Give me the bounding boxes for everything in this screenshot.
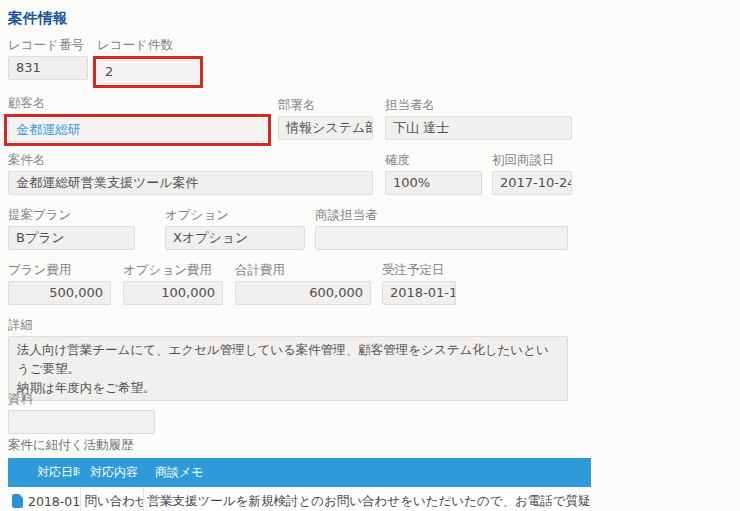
- field-expected-order-date: 受注予定日 2018-01-11: [382, 262, 456, 305]
- field-detail: 詳細 法人向け営業チームにて、エクセル管理している案件管理、顧客管理をシステム化…: [8, 317, 568, 401]
- field-case-name: 案件名 金都運総研営業支援ツール案件: [8, 152, 373, 195]
- field-first-meeting-date: 初回商談日 2017-10-24: [492, 152, 572, 195]
- table-header-row: 対応日時 対応内容 商談メモ: [8, 458, 591, 487]
- field-value: 2: [97, 60, 199, 84]
- field-label: 担当者名: [385, 97, 572, 112]
- field-person-in-charge: 担当者名 下山 達士: [385, 97, 572, 140]
- field-label: 資料: [8, 391, 155, 406]
- field-document: 資料: [8, 391, 155, 434]
- activity-history-table: 対応日時 対応内容 商談メモ 2018-01-11 問い合わせ 営業支援ツールを…: [8, 458, 591, 511]
- field-value: 金都運総研営業支援ツール案件: [8, 171, 373, 195]
- field-total-cost: 合計費用 600,000: [235, 262, 371, 305]
- record-file-icon[interactable]: [12, 494, 23, 508]
- field-probability: 確度 100%: [385, 152, 482, 195]
- cell-type: 問い合わせ: [80, 487, 143, 511]
- field-label: 確度: [385, 152, 482, 167]
- activity-history-label: 案件に紐付く活動履歴: [8, 437, 134, 454]
- field-label: レコード番号: [8, 37, 88, 52]
- field-label: プラン費用: [8, 262, 111, 277]
- field-label: 初回商談日: [492, 152, 572, 167]
- field-label: 顧客名: [8, 95, 271, 110]
- cell-memo: 営業支援ツールを新規検討とのお問い合わせをいただいたので、お電話で質疑対応。: [143, 487, 591, 511]
- field-value: [8, 410, 155, 434]
- field-value: 831: [8, 56, 88, 80]
- field-value: 情報システム部: [278, 116, 373, 140]
- field-label: 部署名: [278, 97, 373, 112]
- field-value: Xオプション: [165, 226, 305, 250]
- field-customer-name: 顧客名 金都運総研: [4, 95, 271, 146]
- field-value: 100%: [385, 171, 482, 195]
- icon-column-header: [8, 458, 24, 487]
- field-plan-cost: プラン費用 500,000: [8, 262, 111, 305]
- field-value: 500,000: [8, 281, 111, 305]
- field-value: 下山 達士: [385, 116, 572, 140]
- field-record-count: レコード件数 2: [93, 37, 203, 88]
- field-label: 商談担当者: [315, 207, 568, 222]
- case-info-page: { "page": { "title": "案件情報" }, "fields":…: [0, 0, 740, 511]
- column-header-type: 対応内容: [80, 458, 143, 487]
- field-label: 合計費用: [235, 262, 371, 277]
- field-label: 詳細: [8, 317, 568, 332]
- field-label: オプション: [165, 207, 305, 222]
- field-label: 提案プラン: [8, 207, 135, 222]
- field-meeting-person: 商談担当者: [315, 207, 568, 250]
- field-record-number: レコード番号 831: [8, 37, 88, 80]
- field-value: 2018-01-11: [382, 281, 456, 305]
- field-value: 2017-10-24: [492, 171, 572, 195]
- customer-link[interactable]: 金都運総研: [16, 122, 81, 137]
- field-value: [315, 226, 568, 250]
- field-label: オプション費用: [123, 262, 223, 277]
- field-option-cost: オプション費用 100,000: [123, 262, 223, 305]
- record-icon-cell: [8, 487, 24, 511]
- field-value: Bプラン: [8, 226, 135, 250]
- field-value: 100,000: [123, 281, 223, 305]
- field-label: 受注予定日: [382, 262, 456, 277]
- column-header-memo: 商談メモ: [143, 458, 591, 487]
- field-department: 部署名 情報システム部: [278, 97, 373, 140]
- cell-date: 2018-01-11: [24, 487, 80, 511]
- field-proposal-plan: 提案プラン Bプラン: [8, 207, 135, 250]
- field-option: オプション Xオプション: [165, 207, 305, 250]
- red-highlight-box: 金都運総研: [4, 114, 271, 146]
- table-row: 2018-01-11 問い合わせ 営業支援ツールを新規検討とのお問い合わせをいた…: [8, 487, 591, 511]
- field-label: レコード件数: [97, 37, 203, 52]
- red-highlight-box: 2: [93, 56, 203, 88]
- page-title: 案件情報: [8, 9, 68, 28]
- field-value: 600,000: [235, 281, 371, 305]
- field-label: 案件名: [8, 152, 373, 167]
- field-value: 金都運総研: [8, 118, 267, 142]
- column-header-date: 対応日時: [24, 458, 80, 487]
